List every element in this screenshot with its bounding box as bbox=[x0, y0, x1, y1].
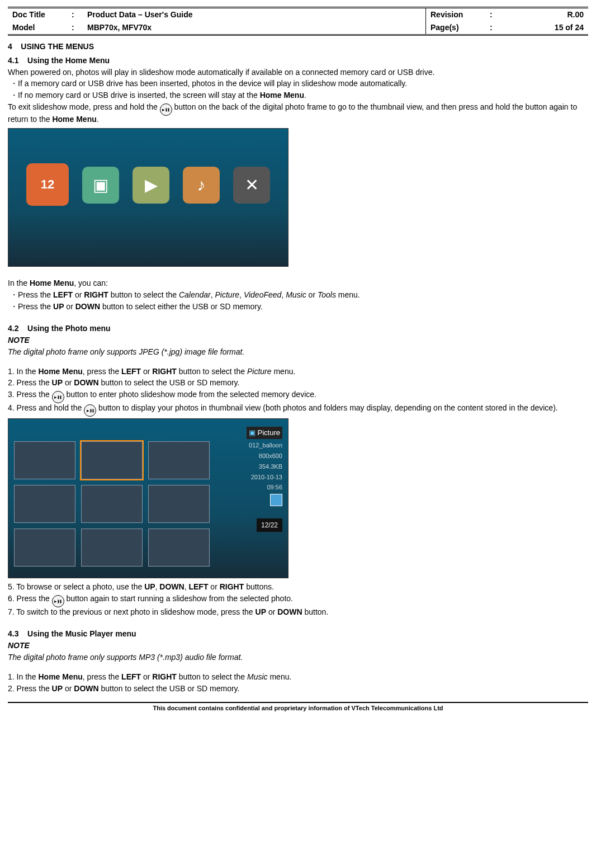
panel-filesize: 354.3KB bbox=[215, 463, 282, 471]
panel-title: Picture bbox=[247, 427, 282, 439]
calendar-icon: 12 bbox=[26, 163, 69, 206]
section-41-home-bullet-2: ・Press the UP or DOWN button to select e… bbox=[10, 301, 588, 312]
section-42-note-text: The digital photo frame only supports JP… bbox=[8, 347, 588, 357]
picture-thumbnail-figure: Picture 012_balloon 800x600 354.3KB 2010… bbox=[8, 418, 288, 578]
section-41-intro: When powered on, photos will play in sli… bbox=[8, 67, 588, 78]
thumbnail bbox=[81, 529, 143, 567]
section-41-home-bullet-1: ・Press the LEFT or RIGHT button to selec… bbox=[10, 290, 588, 300]
section-41-inmenu: In the Home Menu, you can: bbox=[8, 278, 588, 289]
section-43-step-1: 1. In the Home Menu, press the LEFT or R… bbox=[8, 672, 588, 682]
picture-icon: ▣ bbox=[82, 167, 119, 204]
thumbnail bbox=[14, 485, 75, 523]
colon: : bbox=[485, 21, 501, 35]
doc-title-value: Product Data – User's Guide bbox=[83, 8, 426, 21]
section-43-step-2: 2. Press the UP or DOWN button to select… bbox=[8, 683, 588, 694]
home-icon-music: ♪ bbox=[183, 167, 220, 206]
section-41-exit: To exit slideshow mode, press and hold t… bbox=[8, 102, 588, 125]
revision-value: R.00 bbox=[501, 8, 588, 21]
section-43-note-label: NOTE bbox=[8, 640, 588, 651]
home-menu-figure: 12 ▣ ▶ ♪ ✕ bbox=[8, 128, 288, 267]
section-41-heading: 4.1 Using the Home Menu bbox=[8, 55, 588, 66]
section-42-step-2: 2. Press the UP or DOWN button to select… bbox=[8, 378, 588, 388]
pages-label: Page(s) bbox=[426, 21, 486, 35]
colon: : bbox=[485, 8, 501, 21]
pages-value: 15 of 24 bbox=[501, 21, 588, 35]
home-icon-calendar: 12 bbox=[26, 167, 69, 206]
panel-time: 09:56 bbox=[215, 483, 282, 492]
panel-filename: 012_balloon bbox=[215, 441, 282, 450]
panel-counter: 12/22 bbox=[257, 518, 282, 532]
model-label: Model bbox=[8, 21, 67, 35]
revision-label: Revision bbox=[426, 8, 486, 21]
section-42-step-5: 5. To browse or select a photo, use the … bbox=[8, 582, 588, 592]
thumbnail-selected bbox=[81, 441, 143, 479]
page-footer: This document contains confidential and … bbox=[8, 702, 588, 713]
home-icon-videofeed: ▶ bbox=[133, 167, 169, 206]
tools-icon: ✕ bbox=[233, 167, 270, 204]
thumbnail bbox=[148, 529, 210, 567]
thumbnail bbox=[81, 485, 143, 523]
section-42-step-6: 6. Press the button again to start runni… bbox=[8, 593, 588, 606]
videofeed-icon: ▶ bbox=[133, 167, 169, 204]
section-42-step-3: 3. Press the button to enter photo slide… bbox=[8, 389, 588, 402]
section-41-bullet-1: ・If a memory card or USB drive has been … bbox=[10, 78, 588, 89]
section-42-step-1: 1. In the Home Menu, press the LEFT or R… bbox=[8, 366, 588, 377]
play-pause-icon bbox=[84, 404, 96, 417]
model-value: MBP70x, MFV70x bbox=[83, 21, 426, 35]
thumbnail-grid bbox=[14, 441, 210, 567]
section-42-note-label: NOTE bbox=[8, 335, 588, 346]
home-icon-tools: ✕ bbox=[233, 167, 270, 206]
panel-date: 2010-10-13 bbox=[215, 473, 282, 482]
colon: : bbox=[67, 8, 83, 21]
play-pause-icon bbox=[160, 103, 172, 116]
play-pause-icon bbox=[52, 391, 64, 403]
section-42-step-7: 7. To switch to the previous or next pho… bbox=[8, 607, 588, 617]
section-41-bullet-2: ・If no memory card or USB drive is inser… bbox=[10, 90, 588, 101]
thumbnail bbox=[148, 485, 210, 523]
thumbnail bbox=[14, 529, 75, 567]
thumbnail bbox=[14, 441, 75, 479]
doc-title-label: Doc Title bbox=[8, 8, 67, 21]
home-icon-picture: ▣ bbox=[82, 167, 119, 206]
section-43-heading: 4.3 Using the Music Player menu bbox=[8, 629, 588, 639]
panel-resolution: 800x600 bbox=[215, 452, 282, 460]
section-4-heading: 4 USING THE MENUS bbox=[8, 41, 588, 52]
play-pause-icon bbox=[52, 595, 64, 607]
picture-info-panel: Picture 012_balloon 800x600 354.3KB 2010… bbox=[215, 424, 282, 534]
save-icon bbox=[270, 494, 282, 506]
doc-header-table: Doc Title : Product Data – User's Guide … bbox=[8, 7, 588, 36]
section-42-heading: 4.2 Using the Photo menu bbox=[8, 323, 588, 334]
music-icon: ♪ bbox=[183, 167, 220, 204]
colon: : bbox=[67, 21, 83, 35]
thumbnail bbox=[148, 441, 210, 479]
section-42-step-4: 4. Press and hold the button to display … bbox=[8, 403, 588, 415]
section-43-note-text: The digital photo frame only supports MP… bbox=[8, 652, 588, 663]
